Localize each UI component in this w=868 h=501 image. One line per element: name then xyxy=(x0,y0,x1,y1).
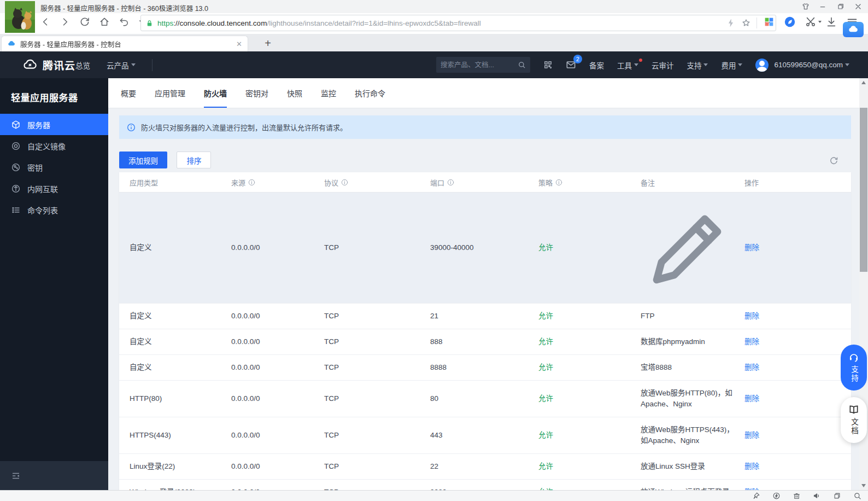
account-menu[interactable]: 610599650@qq.com xyxy=(755,59,849,72)
cell-remark: FTP xyxy=(641,304,744,329)
sidebar-collapse-bar[interactable] xyxy=(0,461,108,490)
column-header-协议: 协议 xyxy=(324,177,430,188)
topnav-item-云审计[interactable]: 云审计 xyxy=(652,60,674,71)
cloud-logo-icon xyxy=(847,24,859,36)
chevron-down-icon xyxy=(818,21,822,23)
delete-rule-link[interactable]: 删除 xyxy=(744,462,759,470)
volume-icon[interactable] xyxy=(813,492,821,500)
download-icon[interactable] xyxy=(825,16,837,28)
cell-remark: 宝塔8888 xyxy=(641,355,744,380)
topnav-right: 2 备案工具云审计支持费用 610599650@qq.com xyxy=(436,51,849,78)
sidebar-item-自定义镜像[interactable]: 自定义镜像 xyxy=(0,135,108,156)
support-float-button[interactable]: 支持 xyxy=(841,345,867,391)
browser-app-icon[interactable] xyxy=(784,16,796,28)
topnav-products[interactable]: 云产品 xyxy=(107,60,136,71)
pushpin-icon[interactable] xyxy=(752,492,760,500)
close-icon[interactable] xyxy=(854,2,863,11)
scrollbar-thumb[interactable] xyxy=(860,108,867,272)
cell-source: 0.0.0.0/0 xyxy=(231,386,324,411)
topnav-item-工具[interactable]: 工具 xyxy=(617,60,638,71)
column-label: 备注 xyxy=(641,177,655,188)
browser-tabstrip: 服务器 - 轻量应用服务器 - 控制台 ✕ + xyxy=(0,34,868,51)
chevron-down-icon xyxy=(738,63,742,66)
tab-监控[interactable]: 监控 xyxy=(321,78,336,108)
delete-rule-link[interactable]: 删除 xyxy=(744,431,759,439)
apps-grid-icon[interactable] xyxy=(763,16,775,28)
docs-float-button[interactable]: 文档 xyxy=(841,397,867,443)
tab-快照[interactable]: 快照 xyxy=(287,78,302,108)
browser-tab-active[interactable]: 服务器 - 轻量应用服务器 - 控制台 ✕ xyxy=(1,36,248,51)
refresh-icon[interactable] xyxy=(79,16,91,28)
lightning-icon[interactable] xyxy=(726,18,736,28)
maximize-icon[interactable] xyxy=(836,2,845,11)
network-icon xyxy=(11,184,21,194)
home-icon[interactable] xyxy=(98,16,110,28)
collapse-sidebar-icon[interactable] xyxy=(11,471,21,481)
cell-action: 删除 xyxy=(744,386,851,411)
search-icon[interactable] xyxy=(518,61,526,69)
sidebar-item-密钥[interactable]: 密钥 xyxy=(0,156,108,178)
topnav-item-label: 云审计 xyxy=(652,60,674,71)
delete-rule-link[interactable]: 删除 xyxy=(744,243,759,252)
browser-sync-cloud-badge[interactable] xyxy=(843,22,864,37)
tab-执行命令[interactable]: 执行命令 xyxy=(355,78,385,108)
new-tab-button[interactable]: + xyxy=(261,37,274,50)
info-icon[interactable] xyxy=(555,179,562,186)
topnav-item-费用[interactable]: 费用 xyxy=(721,60,742,71)
search-input[interactable] xyxy=(441,61,514,69)
scroll-up-icon[interactable] xyxy=(859,78,868,87)
sidebar-item-命令列表[interactable]: 命令列表 xyxy=(0,199,108,220)
tab-密钥对[interactable]: 密钥对 xyxy=(245,78,268,108)
url-text[interactable]: https://console.cloud.tencent.com/lighth… xyxy=(157,19,726,27)
refresh-icon[interactable] xyxy=(829,156,838,165)
column-header-来源: 来源 xyxy=(231,177,324,188)
browser-nav-icons xyxy=(39,16,150,28)
info-icon[interactable] xyxy=(447,179,454,186)
info-icon[interactable] xyxy=(248,179,255,186)
list-icon xyxy=(11,205,21,215)
tab-应用管理[interactable]: 应用管理 xyxy=(155,78,185,108)
messages-icon[interactable]: 2 xyxy=(566,60,576,70)
tab-概要[interactable]: 概要 xyxy=(121,78,136,108)
delete-rule-link[interactable]: 删除 xyxy=(744,394,759,403)
tencent-cloud-logo[interactable]: 腾讯云 xyxy=(22,51,75,78)
tab-防火墙[interactable]: 防火墙 xyxy=(204,78,227,108)
forward-icon[interactable] xyxy=(59,16,71,28)
sidebar-item-服务器[interactable]: 服务器 xyxy=(0,114,108,135)
delete-rule-link[interactable]: 删除 xyxy=(744,363,759,371)
trash-icon[interactable] xyxy=(793,492,801,500)
table-actions: 添加规则 排序 xyxy=(119,152,851,168)
speed-mode-icon[interactable] xyxy=(772,492,781,500)
cell-source: 0.0.0.0/0 xyxy=(231,304,324,329)
delete-rule-link[interactable]: 删除 xyxy=(744,337,759,346)
user-avatar-photo[interactable] xyxy=(5,1,35,33)
edit-remark-icon[interactable] xyxy=(641,200,737,296)
scroll-down-icon[interactable] xyxy=(859,481,868,490)
cell-policy: 允许 xyxy=(538,423,641,448)
topnav-item-备案[interactable]: 备案 xyxy=(589,60,604,71)
back-icon[interactable] xyxy=(39,16,51,28)
add-rule-button[interactable]: 添加规则 xyxy=(119,152,167,168)
sort-button[interactable]: 排序 xyxy=(177,152,211,168)
tab-close-icon[interactable]: ✕ xyxy=(236,40,242,48)
undo-icon[interactable] xyxy=(118,16,130,28)
window-controls xyxy=(801,2,863,11)
cell-app-type: 自定义 xyxy=(130,304,231,329)
sidebar-item-内网互联[interactable]: 内网互联 xyxy=(0,178,108,199)
favorite-star-icon[interactable] xyxy=(741,18,751,28)
windows-icon[interactable] xyxy=(833,492,841,500)
console-search-box[interactable] xyxy=(436,57,530,73)
minimize-icon[interactable] xyxy=(819,2,828,11)
topnav-item-label: 备案 xyxy=(589,60,604,71)
qrcode-icon[interactable] xyxy=(543,60,553,69)
topnav-item-支持[interactable]: 支持 xyxy=(687,60,708,71)
cell-app-type: 自定义 xyxy=(130,355,231,380)
magnifier-icon[interactable] xyxy=(853,492,861,500)
theme-skin-icon[interactable] xyxy=(801,2,810,11)
topnav-overview[interactable]: 总览 xyxy=(75,60,90,71)
address-bar[interactable]: https://console.cloud.tencent.com/lighth… xyxy=(140,15,776,31)
column-header-备注: 备注 xyxy=(641,177,744,188)
info-icon[interactable] xyxy=(341,179,348,186)
delete-rule-link[interactable]: 删除 xyxy=(744,312,759,320)
screenshot-icon[interactable] xyxy=(805,16,817,28)
